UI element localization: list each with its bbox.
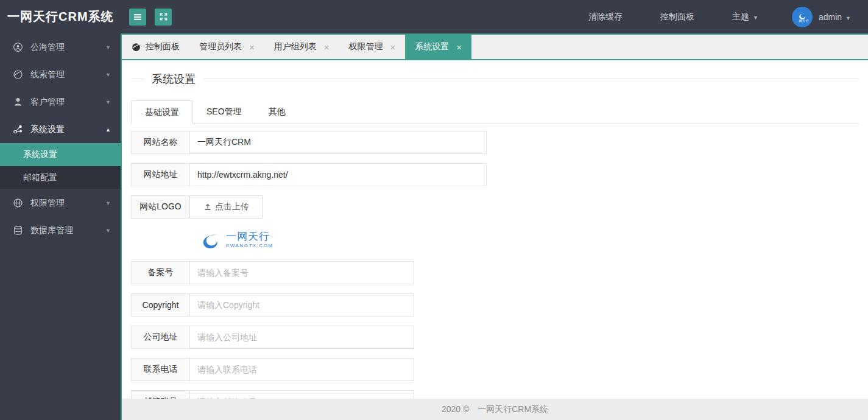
tab-permissions[interactable]: 权限管理 × bbox=[339, 35, 406, 59]
globe-icon bbox=[132, 43, 141, 52]
sidebar: 公海管理 ▼ 线索管理 ▼ 客户管理 ▼ bbox=[0, 33, 121, 420]
footer: 2020 © 一网天行CRM系统 bbox=[122, 399, 868, 420]
tab-basic-settings[interactable]: 基础设置 bbox=[131, 100, 193, 124]
tab-label: 控制面板 bbox=[146, 41, 180, 52]
divider bbox=[131, 79, 144, 79]
app-title: 一网天行CRM系统 bbox=[0, 9, 121, 25]
chevron-down-icon: ▼ bbox=[105, 44, 111, 51]
database-icon bbox=[12, 225, 23, 236]
settings-form: 网站名称 网站地址 网站LOGO 点击上传 bbox=[131, 131, 859, 399]
theme-label: 主题 bbox=[732, 12, 749, 21]
globe-swoosh-icon bbox=[12, 69, 23, 80]
site-url-label: 网站地址 bbox=[131, 163, 190, 186]
sidebar-item-label: 权限管理 bbox=[30, 198, 105, 209]
sidebar-item-label: 公海管理 bbox=[30, 42, 105, 53]
icp-input[interactable] bbox=[189, 261, 414, 284]
tab-label: 用户组列表 bbox=[274, 41, 317, 52]
divider bbox=[203, 79, 859, 79]
nodes-icon bbox=[12, 124, 23, 135]
close-icon[interactable]: × bbox=[390, 43, 396, 52]
sidebar-item-label: 数据库管理 bbox=[30, 225, 105, 236]
tab-seo[interactable]: SEO管理 bbox=[193, 100, 255, 124]
copyright-label: Copyright bbox=[131, 293, 190, 317]
globe-grid-icon bbox=[12, 198, 23, 208]
form-row-icp: 备案号 bbox=[131, 261, 859, 284]
control-panel-link[interactable]: 控制面板 bbox=[660, 12, 694, 23]
sidebar-item-leads[interactable]: 线索管理 ▼ bbox=[0, 61, 121, 88]
close-icon[interactable]: × bbox=[456, 43, 462, 52]
user-circle-icon bbox=[12, 42, 23, 52]
tab-label: 系统设置 bbox=[415, 41, 449, 52]
upload-button-label: 点击上传 bbox=[215, 201, 249, 212]
sidebar-subitem-label: 系统设置 bbox=[23, 149, 57, 160]
copyright-input[interactable] bbox=[189, 293, 414, 317]
contact-phone-label: 联系电话 bbox=[131, 358, 190, 381]
sidebar-item-public-sea[interactable]: 公海管理 ▼ bbox=[0, 33, 121, 61]
content-panel: 系统设置 基础设置 SEO管理 其他 网站名称 网站地址 网站LOGO bbox=[122, 60, 868, 399]
email-account-input[interactable] bbox=[189, 390, 414, 399]
sidebar-subitem-system-settings[interactable]: 系统设置 bbox=[0, 143, 121, 166]
sidebar-item-label: 客户管理 bbox=[30, 97, 105, 108]
top-header: 一网天行CRM系统 清除缓存 控制面板 主题▼ 一网天行 admin▼ bbox=[0, 0, 868, 33]
tab-other[interactable]: 其他 bbox=[255, 100, 299, 124]
avatar-logo-icon bbox=[797, 12, 807, 19]
hamburger-icon bbox=[133, 12, 143, 22]
page-title-row: 系统设置 bbox=[131, 71, 859, 86]
email-account-label: 邮箱账号 bbox=[131, 390, 190, 399]
tab-control-panel[interactable]: 控制面板 bbox=[122, 35, 189, 59]
clear-cache-link[interactable]: 清除缓存 bbox=[588, 12, 623, 23]
avatar[interactable]: 一网天行 bbox=[792, 7, 813, 27]
site-name-label: 网站名称 bbox=[131, 131, 190, 154]
sidebar-subitem-mail-config[interactable]: 邮箱配置 bbox=[0, 166, 121, 189]
company-address-input[interactable] bbox=[189, 326, 414, 349]
upload-icon bbox=[203, 203, 212, 211]
fullscreen-icon bbox=[159, 12, 168, 21]
settings-tabs: 基础设置 SEO管理 其他 bbox=[131, 100, 859, 124]
logo-title: 一网天行 bbox=[226, 231, 273, 242]
form-row-site-name: 网站名称 bbox=[131, 131, 859, 154]
site-url-input[interactable] bbox=[189, 163, 487, 186]
form-row-copyright: Copyright bbox=[131, 293, 859, 317]
company-address-label: 公司地址 bbox=[131, 326, 190, 349]
user-name: admin bbox=[819, 12, 842, 22]
upload-button[interactable]: 点击上传 bbox=[189, 195, 263, 219]
caret-down-icon: ▼ bbox=[753, 15, 758, 21]
close-icon[interactable]: × bbox=[249, 43, 255, 52]
window-tabbar: 控制面板 管理员列表 × 用户组列表 × 权限管理 × 系统设置 × bbox=[122, 33, 868, 60]
form-row-email-account: 邮箱账号 bbox=[131, 390, 859, 399]
sidebar-item-permissions[interactable]: 权限管理 ▼ bbox=[0, 189, 121, 217]
footer-text: 2020 © 一网天行CRM系统 bbox=[442, 404, 548, 415]
contact-phone-input[interactable] bbox=[189, 358, 414, 381]
site-logo-label: 网站LOGO bbox=[131, 195, 190, 219]
sidebar-item-customers[interactable]: 客户管理 ▼ bbox=[0, 88, 121, 116]
logo-subtitle: EWANGTX.COM bbox=[226, 243, 273, 248]
chevron-down-icon: ▼ bbox=[105, 228, 111, 234]
chevron-down-icon: ▼ bbox=[105, 99, 111, 105]
site-name-input[interactable] bbox=[189, 131, 487, 154]
sidebar-item-system-settings[interactable]: 系统设置 ▲ bbox=[0, 116, 121, 143]
theme-dropdown[interactable]: 主题▼ bbox=[732, 12, 758, 23]
tab-user-group-list[interactable]: 用户组列表 × bbox=[264, 35, 339, 59]
chevron-down-icon: ▼ bbox=[105, 72, 111, 78]
caret-down-icon: ▼ bbox=[845, 15, 851, 21]
collapse-sidebar-button[interactable] bbox=[129, 9, 146, 26]
page-title: 系统设置 bbox=[144, 72, 203, 86]
sidebar-item-database[interactable]: 数据库管理 ▼ bbox=[0, 217, 121, 244]
icp-label: 备案号 bbox=[131, 261, 190, 284]
form-row-site-url: 网站地址 bbox=[131, 163, 859, 186]
close-icon[interactable]: × bbox=[324, 43, 330, 52]
sidebar-item-label: 线索管理 bbox=[30, 69, 105, 80]
user-menu[interactable]: admin▼ bbox=[819, 12, 851, 22]
header-right-nav: 清除缓存 控制面板 主题▼ 一网天行 admin▼ bbox=[551, 7, 868, 27]
chevron-up-icon: ▲ bbox=[105, 127, 111, 133]
fullscreen-button[interactable] bbox=[155, 9, 172, 26]
tab-label: 管理员列表 bbox=[199, 41, 242, 52]
form-row-company-address: 公司地址 bbox=[131, 326, 859, 349]
tab-admin-list[interactable]: 管理员列表 × bbox=[189, 35, 264, 59]
avatar-caption: 一网天行 bbox=[796, 19, 809, 23]
tab-label: 权限管理 bbox=[349, 41, 383, 52]
tab-system-settings[interactable]: 系统设置 × bbox=[405, 35, 471, 59]
form-row-site-logo: 网站LOGO 点击上传 bbox=[131, 195, 859, 219]
user-icon bbox=[12, 97, 23, 107]
logo-wordmark: 一网天行 EWANGTX.COM bbox=[226, 231, 273, 248]
